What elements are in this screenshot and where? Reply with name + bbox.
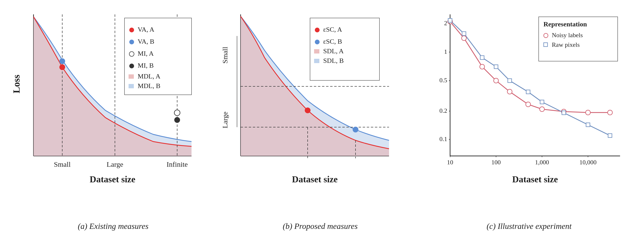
svg-rect-45 [314, 49, 319, 54]
panel-b-caption: (b) Proposed measures [283, 222, 358, 231]
svg-text:MDL, B: MDL, B [138, 82, 160, 89]
svg-text:SDL, A: SDL, A [323, 47, 344, 55]
svg-rect-25 [128, 84, 134, 88]
svg-point-21 [129, 64, 134, 68]
svg-text:Dataset size: Dataset size [90, 174, 136, 184]
svg-text:Small: Small [221, 47, 229, 64]
svg-point-41 [315, 28, 320, 32]
svg-rect-67 [540, 100, 544, 104]
svg-text:Large: Large [221, 111, 229, 128]
svg-text:1: 1 [444, 48, 447, 55]
svg-text:100: 100 [492, 159, 501, 166]
svg-rect-61 [448, 19, 452, 22]
svg-text:Raw pixels: Raw pixels [552, 41, 580, 48]
panel-c: 2 1 0.5 0.2 0.1 10 100 [424, 7, 634, 231]
svg-point-6 [59, 58, 65, 64]
svg-point-34 [353, 127, 358, 133]
svg-text:SDL, B: SDL, B [323, 57, 344, 64]
svg-text:Large: Large [106, 160, 123, 168]
svg-rect-94 [544, 43, 548, 47]
svg-point-56 [526, 102, 530, 107]
svg-text:εSC, A: εSC, A [323, 26, 342, 33]
panel-b-chart: Small Large Dataset size εSC, A εSC, B S… [217, 7, 424, 218]
svg-point-55 [507, 89, 512, 94]
svg-rect-47 [314, 59, 319, 63]
svg-point-59 [586, 110, 590, 115]
svg-point-52 [462, 36, 466, 41]
svg-text:0.5: 0.5 [440, 77, 448, 84]
svg-rect-64 [494, 65, 498, 69]
svg-point-92 [544, 33, 548, 38]
panel-a-chart: Small Large Infinite Loss Dataset size V… [10, 7, 217, 218]
panel-a-caption: (a) Existing measures [78, 222, 148, 231]
svg-text:MDL, A: MDL, A [138, 72, 161, 80]
svg-rect-40 [310, 18, 380, 80]
svg-text:εSC, B: εSC, B [323, 38, 342, 45]
main-container: Small Large Infinite Loss Dataset size V… [0, 0, 644, 238]
svg-point-15 [129, 28, 134, 32]
svg-point-43 [315, 40, 320, 44]
svg-text:10,000: 10,000 [579, 159, 596, 166]
svg-rect-63 [480, 56, 484, 60]
svg-point-54 [494, 78, 498, 83]
svg-point-57 [540, 107, 544, 111]
svg-text:Infinite: Infinite [167, 160, 188, 168]
svg-text:Small: Small [54, 160, 70, 168]
svg-text:Loss: Loss [11, 75, 22, 93]
svg-text:MI, A: MI, A [138, 50, 154, 57]
svg-text:Dataset size: Dataset size [512, 174, 558, 184]
svg-point-7 [174, 110, 180, 116]
svg-rect-23 [128, 74, 134, 79]
svg-rect-62 [462, 32, 466, 36]
svg-text:2: 2 [444, 20, 447, 27]
svg-point-5 [59, 64, 65, 70]
svg-text:0.1: 0.1 [440, 136, 448, 143]
svg-point-19 [129, 52, 134, 56]
panel-c-caption: (c) Illustrative experiment [487, 222, 572, 231]
svg-text:VA, B: VA, B [138, 38, 154, 45]
svg-point-33 [305, 107, 310, 113]
svg-text:VA, A: VA, A [138, 26, 154, 33]
svg-point-8 [174, 117, 180, 123]
svg-rect-65 [508, 79, 512, 82]
panel-a: Small Large Infinite Loss Dataset size V… [10, 7, 217, 231]
svg-point-17 [129, 40, 134, 44]
svg-rect-69 [586, 123, 590, 127]
svg-text:MI, B: MI, B [138, 62, 154, 69]
svg-rect-66 [526, 90, 530, 94]
svg-text:Noisy labels: Noisy labels [552, 32, 583, 39]
panel-b: Small Large Dataset size εSC, A εSC, B S… [217, 7, 424, 231]
svg-text:Representation: Representation [544, 20, 587, 28]
svg-text:1,000: 1,000 [535, 159, 549, 166]
svg-point-53 [480, 64, 484, 69]
svg-point-60 [608, 110, 612, 115]
svg-rect-70 [608, 134, 612, 138]
svg-text:0.2: 0.2 [440, 107, 448, 114]
svg-rect-68 [562, 111, 566, 115]
svg-text:10: 10 [447, 159, 453, 166]
svg-text:Dataset size: Dataset size [292, 174, 338, 184]
panel-c-chart: 2 1 0.5 0.2 0.1 10 100 [424, 7, 634, 218]
